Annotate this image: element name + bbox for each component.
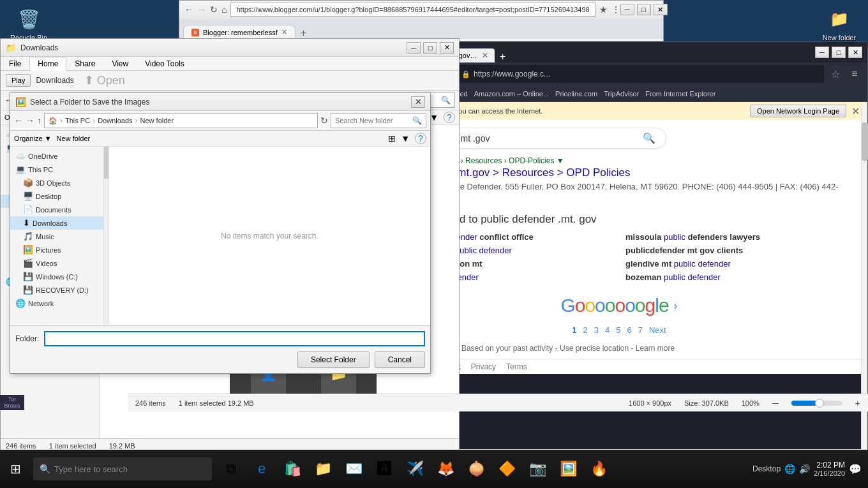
open-btn-icon[interactable]: ⬆ Open bbox=[84, 73, 125, 87]
taskbar-app-firefox2[interactable]: 🔥 bbox=[585, 455, 613, 483]
ff-bookmark-btn[interactable]: ☆ bbox=[827, 65, 844, 83]
ff-menu-btn[interactable]: ≡ bbox=[846, 65, 864, 83]
help-icon[interactable]: ? bbox=[444, 112, 455, 123]
firefox-new-tab-btn[interactable]: + bbox=[496, 51, 509, 63]
dialog-sidebar-recovery-d[interactable]: 💾 RECOVERY (D:) bbox=[10, 283, 108, 297]
ribbon-tab-share[interactable]: Share bbox=[66, 57, 103, 70]
zoom-plus-icon[interactable]: + bbox=[855, 398, 860, 408]
related-3-right[interactable]: glendive mt public defender bbox=[625, 259, 855, 269]
taskbar-app-trips[interactable]: ✈️ bbox=[401, 455, 429, 483]
open-network-login-btn[interactable]: Open Network Login Page bbox=[750, 105, 846, 117]
minimize-btn[interactable]: ─ bbox=[620, 4, 634, 15]
dialog-sidebar-pictures[interactable]: 🖼️ Pictures bbox=[10, 243, 108, 256]
ff-close-btn[interactable]: ✕ bbox=[848, 47, 862, 58]
page-next[interactable]: Next bbox=[649, 325, 666, 335]
dialog-close-btn[interactable]: ✕ bbox=[411, 96, 425, 108]
related-1-right[interactable]: missoula public defenders lawyers bbox=[625, 232, 855, 242]
view-options-icon[interactable]: ▼ bbox=[430, 112, 438, 122]
dialog-view-icon[interactable]: ⊞ bbox=[388, 133, 396, 144]
desktop-icon-new-folder[interactable]: 📁 New folder bbox=[817, 6, 862, 41]
select-folder-btn[interactable]: Select Folder bbox=[297, 351, 370, 368]
nav-home-btn[interactable]: ⌂ bbox=[221, 4, 227, 15]
nav-back-btn[interactable]: ← bbox=[184, 4, 193, 15]
dialog-search-input[interactable] bbox=[335, 117, 412, 124]
dialog-up-btn[interactable]: ↑ bbox=[37, 115, 41, 126]
taskbar-app-mail[interactable]: ✉️ bbox=[340, 455, 368, 483]
blogger-tab-close[interactable]: ✕ bbox=[281, 28, 287, 36]
blogger-tab[interactable]: B Blogger: rememberlessf ✕ bbox=[183, 25, 296, 39]
login-notice-close-btn[interactable]: ✕ bbox=[851, 105, 860, 117]
taskbar-app-folder[interactable]: 📁 bbox=[309, 455, 337, 483]
page-5[interactable]: 5 bbox=[616, 325, 620, 335]
page-2[interactable]: 2 bbox=[583, 325, 588, 335]
related-4-right[interactable]: bozeman public defender bbox=[625, 272, 855, 282]
close-btn[interactable]: ✕ bbox=[654, 4, 668, 15]
dialog-addr-pc[interactable]: This PC bbox=[65, 117, 90, 124]
page-3[interactable]: 3 bbox=[594, 325, 599, 335]
google-search-icon[interactable]: 🔍 bbox=[643, 132, 655, 144]
dialog-refresh-btn[interactable]: ↻ bbox=[320, 115, 328, 126]
zoom-slider-thumb[interactable] bbox=[815, 399, 824, 408]
tray-volume-icon[interactable]: 🔊 bbox=[799, 464, 810, 474]
dialog-search-box[interactable]: 🔍 bbox=[331, 113, 426, 128]
exp-maximize-btn[interactable]: □ bbox=[423, 42, 437, 54]
page-1[interactable]: 1 bbox=[572, 325, 576, 335]
dialog-organize-btn[interactable]: Organize ▼ bbox=[14, 135, 52, 142]
dialog-sidebar-downloads[interactable]: ⬇ Downloads bbox=[10, 216, 108, 230]
menu-dots-icon[interactable]: ⋮ bbox=[611, 4, 620, 15]
bookmark-ie[interactable]: From Internet Explorer bbox=[645, 90, 715, 98]
pagination-next-arrow[interactable]: › bbox=[674, 299, 678, 313]
ff-address-bar[interactable]: 🔒 https://www.google.c... bbox=[456, 65, 824, 83]
notification-icon[interactable]: 💬 bbox=[849, 463, 862, 475]
taskbar-app-vlc[interactable]: 🔶 bbox=[493, 455, 521, 483]
dialog-address-bar[interactable]: 🏠 › This PC › Downloads › New folder bbox=[44, 113, 318, 128]
tray-language-icon[interactable]: Desktop bbox=[752, 464, 781, 473]
taskbar-app-firefox[interactable]: 🦊 bbox=[431, 455, 460, 483]
ribbon-tab-view[interactable]: View bbox=[103, 57, 137, 70]
page-7[interactable]: 7 bbox=[638, 325, 643, 335]
blogger-address-bar[interactable]: https://www.blogger.com/u/1/blogger.g?bl… bbox=[230, 3, 595, 17]
dialog-sidebar-documents[interactable]: 📄 Documents bbox=[10, 203, 108, 216]
ribbon-tab-home[interactable]: Home bbox=[29, 57, 66, 71]
page-6[interactable]: 6 bbox=[627, 325, 631, 335]
related-2-right[interactable]: publicdefender mt gov clients bbox=[625, 246, 855, 255]
bookmark-star-icon[interactable]: ★ bbox=[599, 4, 608, 15]
dialog-new-folder-btn[interactable]: New folder bbox=[57, 135, 91, 142]
nav-forward-btn[interactable]: → bbox=[197, 4, 206, 15]
firefox-tab-close[interactable]: ✕ bbox=[482, 51, 488, 60]
dialog-sidebar-windows-c[interactable]: 💾 Windows (C:) bbox=[10, 270, 108, 283]
dialog-sidebar-music[interactable]: 🎵 Music bbox=[10, 230, 108, 243]
time-block[interactable]: 2:02 PM 2/16/2020 bbox=[814, 461, 845, 477]
dialog-sidebar-3dobjects[interactable]: 📦 3D Objects bbox=[10, 176, 108, 189]
dialog-forward-btn[interactable]: → bbox=[26, 115, 34, 126]
dialog-back-btn[interactable]: ← bbox=[14, 115, 23, 126]
page-4[interactable]: 4 bbox=[605, 325, 610, 335]
maximize-btn[interactable]: □ bbox=[637, 4, 651, 15]
dialog-sidebar-scrollbar[interactable] bbox=[103, 147, 108, 325]
exp-minimize-btn[interactable]: ─ bbox=[407, 42, 421, 54]
dialog-addr-newfolder[interactable]: New folder bbox=[140, 117, 174, 124]
bookmark-amazon[interactable]: Amazon.com – Online... bbox=[474, 90, 549, 98]
taskbar-app-amazon[interactable]: 🅰 bbox=[370, 455, 398, 483]
taskbar-app-tor[interactable]: 🧅 bbox=[462, 455, 490, 483]
desktop-icon-recycle-bin[interactable]: 🗑️ Recycle Bin bbox=[6, 6, 51, 41]
folder-input[interactable] bbox=[44, 331, 425, 346]
dialog-addr-downloads[interactable]: Downloads bbox=[98, 117, 132, 124]
footer-terms[interactable]: Terms bbox=[506, 362, 527, 371]
taskbar-search-bar[interactable]: 🔍 Type here to search bbox=[33, 457, 212, 480]
new-tab-btn[interactable]: + bbox=[296, 27, 311, 39]
zoom-minus-icon[interactable]: ─ bbox=[772, 398, 779, 408]
ff-maximize-btn[interactable]: □ bbox=[832, 47, 846, 58]
dialog-view-down-icon[interactable]: ▼ bbox=[401, 133, 410, 144]
bookmark-tripadvisor[interactable]: TripAdvisor bbox=[604, 90, 639, 98]
dialog-sidebar-thispc[interactable]: 💻 This PC bbox=[10, 163, 108, 176]
bookmark-priceline[interactable]: Priceline.com bbox=[555, 90, 597, 98]
dialog-sidebar-desktop[interactable]: 🖥️ Desktop bbox=[10, 189, 108, 203]
ribbon-tab-video[interactable]: Video Tools bbox=[137, 57, 193, 70]
footer-privacy[interactable]: Privacy bbox=[471, 362, 496, 371]
exp-close-btn[interactable]: ✕ bbox=[440, 42, 454, 54]
dialog-sidebar-network[interactable]: 🌐 Network bbox=[10, 297, 108, 310]
taskbar-app-store[interactable]: 🛍️ bbox=[278, 455, 306, 483]
dialog-help-icon[interactable]: ? bbox=[415, 133, 426, 144]
cancel-btn[interactable]: Cancel bbox=[375, 351, 425, 368]
